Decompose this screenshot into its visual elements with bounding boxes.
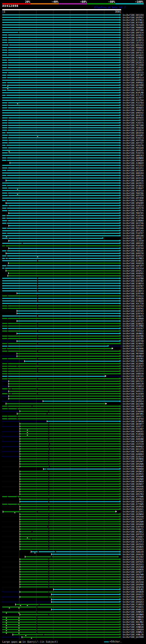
hit-bar[interactable] (2, 175, 120, 176)
hit-label[interactable]: UniRef100_P07179 (123, 209, 144, 212)
hit-bar[interactable] (20, 539, 120, 540)
hit-label[interactable]: UniRef100_P19312 (123, 330, 144, 332)
hit-label[interactable]: UniRef100_A6N149 (123, 550, 144, 553)
hit-bar[interactable] (2, 150, 120, 151)
hit-label[interactable]: UniRef100_Q39748 (123, 340, 144, 342)
hit-label[interactable]: UniRef100_Q9AQX3 (123, 600, 144, 603)
hit-label[interactable]: UniRef100_A9PFS6 (123, 174, 144, 177)
hit-label[interactable]: UniRef100_Q9SNZ7 (123, 596, 144, 598)
hit-bar[interactable] (2, 616, 120, 618)
hit-bar[interactable] (2, 135, 120, 136)
hit-label[interactable]: UniRef100_Q9FXM1 (123, 412, 144, 415)
hit-bar[interactable] (20, 544, 120, 544)
hit-bar[interactable] (2, 62, 120, 63)
hit-label[interactable]: UniRef100_B6RHQ4 (123, 465, 144, 468)
hit-label[interactable]: UniRef100_A9YTZ8 (123, 139, 144, 142)
hit-label[interactable]: UniRef100_Q9ZWG6 (123, 458, 144, 460)
hit-bar[interactable] (9, 240, 120, 241)
hit-label[interactable]: UniRef100_P26574 (123, 152, 144, 154)
hit-label[interactable]: UniRef100_Q9SAW9 (123, 520, 144, 523)
hit-label[interactable]: UniRef100_Q106Y5 (123, 315, 144, 317)
hit-label[interactable]: UniRef100_Q9S7X1 (123, 380, 144, 382)
hit-label[interactable]: UniRef100_Q39745 (123, 310, 144, 312)
hit-bar[interactable] (2, 172, 120, 174)
hit-bar[interactable] (20, 428, 120, 429)
hit-bar[interactable] (2, 127, 120, 128)
hit-bar[interactable] (2, 504, 120, 505)
hit-bar[interactable] (51, 609, 120, 610)
hit-bar[interactable] (2, 278, 120, 279)
hit-bar[interactable] (20, 501, 120, 502)
hit-bar[interactable] (9, 386, 120, 387)
hit-label[interactable]: UniRef100_Q42823 (123, 61, 144, 64)
hit-bar[interactable] (20, 491, 120, 492)
hit-bar[interactable] (20, 464, 120, 464)
hit-bar[interactable] (9, 248, 120, 249)
hit-bar[interactable] (20, 461, 120, 462)
hit-bar[interactable] (2, 418, 120, 419)
hit-label[interactable]: UniRef100_Q9ZWG3 (123, 470, 144, 473)
hit-label[interactable]: UniRef100_Q43746 (123, 222, 144, 224)
hit-bar[interactable] (20, 509, 120, 510)
hit-label[interactable]: UniRef100_A9PJN7 (123, 74, 144, 76)
hit-label[interactable]: UniRef100_Q9SDY7 (123, 571, 144, 573)
hit-bar[interactable] (2, 629, 120, 630)
hit-bar[interactable] (20, 441, 120, 442)
hit-label[interactable]: UniRef100_Q1ZZ91 (123, 510, 144, 513)
hit-bar[interactable] (2, 192, 120, 194)
hit-bar[interactable] (2, 283, 120, 284)
hit-label[interactable]: UniRef100_A7YVW5 (123, 503, 144, 505)
hit-bar[interactable] (2, 90, 120, 91)
hit-label[interactable]: UniRef100_P26576 (123, 144, 144, 147)
hit-bar[interactable] (2, 308, 120, 309)
hit-label[interactable]: UniRef100_Q107A5 (123, 287, 144, 290)
hit-label[interactable]: UniRef100_P07689 (123, 24, 144, 26)
hit-label[interactable]: UniRef100_C5Y519 (123, 443, 144, 445)
hit-bar[interactable] (2, 348, 112, 349)
hit-bar[interactable] (20, 534, 120, 534)
hit-bar[interactable] (2, 37, 120, 38)
hit-label[interactable]: UniRef100_Q96542 (123, 112, 144, 114)
hit-label[interactable]: UniRef100_Q40004 (123, 453, 144, 455)
hit-bar[interactable] (2, 120, 120, 121)
hit-bar[interactable] (2, 223, 120, 224)
hit-bar[interactable] (43, 401, 120, 402)
hit-label[interactable]: UniRef100_P05349 (123, 147, 144, 149)
hit-bar[interactable] (2, 70, 120, 70)
hit-bar[interactable] (9, 391, 120, 392)
hit-label[interactable]: UniRef100_Q9XGX5 (123, 149, 144, 152)
hit-bar[interactable] (20, 561, 120, 562)
hit-label[interactable]: UniRef100_Q107B5 (123, 337, 144, 340)
hit-bar[interactable] (20, 524, 120, 524)
hit-label[interactable]: UniRef100_Q9FRZ2 (123, 500, 144, 503)
hit-bar[interactable] (2, 303, 120, 304)
hit-bar[interactable] (2, 351, 120, 352)
hit-bar[interactable] (2, 44, 120, 46)
hit-label[interactable]: UniRef100_Q84Y16 (123, 179, 144, 182)
hit-label[interactable]: UniRef100_Q9FUJ4 (123, 31, 144, 34)
hit-bar[interactable] (2, 416, 120, 417)
hit-bar[interactable] (2, 112, 120, 113)
hit-bar[interactable] (2, 130, 120, 131)
hit-bar[interactable] (2, 368, 120, 369)
hit-bar[interactable] (20, 536, 120, 537)
hit-bar[interactable] (20, 478, 120, 480)
hit-label[interactable]: UniRef100_P00865 (123, 46, 144, 49)
hit-label[interactable]: UniRef100_P10795 (123, 244, 144, 247)
hit-label[interactable]: UniRef100_Q64FQ1 (123, 114, 144, 116)
hit-label[interactable]: UniRef100_Q9SAW6 (123, 462, 144, 465)
hit-label[interactable]: UniRef100_Q106Z5 (123, 322, 144, 325)
hit-bar[interactable] (2, 378, 120, 379)
hit-bar[interactable] (2, 622, 120, 622)
hit-bar[interactable] (2, 34, 120, 36)
hit-bar[interactable] (2, 210, 120, 211)
hit-bar[interactable] (2, 190, 120, 191)
hit-label[interactable]: UniRef100_A0FIP7 (123, 264, 144, 267)
hit-label[interactable]: UniRef100_P08706 (123, 192, 144, 194)
hit-label[interactable]: UniRef100_B9T055 (123, 116, 144, 119)
hit-bar[interactable] (22, 637, 120, 638)
hit-bar[interactable] (20, 582, 120, 582)
hit-label[interactable]: UniRef100_Q9S7W0 (123, 573, 144, 576)
hit-bar[interactable] (2, 168, 120, 168)
hit-label[interactable]: UniRef100_P17673 (123, 59, 144, 62)
